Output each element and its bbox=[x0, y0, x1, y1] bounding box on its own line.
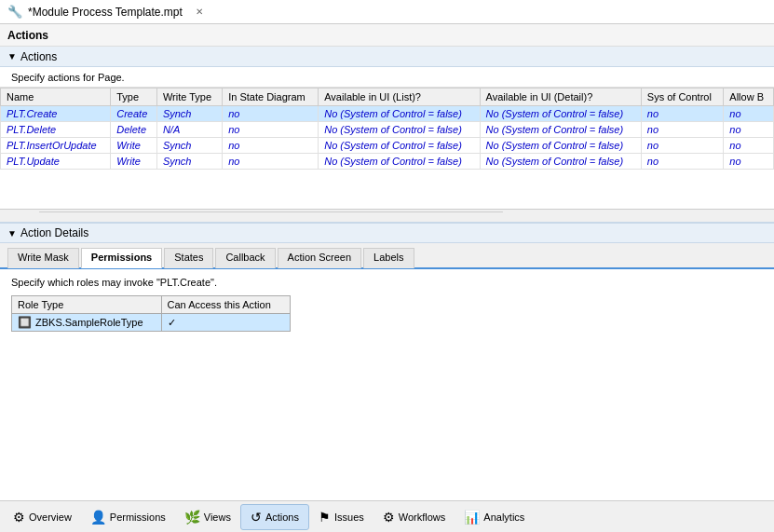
cell-name: PLT.Delete bbox=[1, 122, 111, 138]
tab-write-mask[interactable]: Write Mask bbox=[7, 248, 79, 268]
action-details-arrow-icon: ▼ bbox=[7, 228, 17, 239]
actions-description: Specify actions for Page. bbox=[0, 67, 774, 88]
views-nav-icon: 🌿 bbox=[184, 510, 200, 525]
table-row[interactable]: PLT.Create Create Synch no No (System of… bbox=[1, 106, 774, 122]
actions-table-scroll[interactable]: Name Type Write Type In State Diagram Av… bbox=[0, 88, 774, 209]
tab-bar: Write MaskPermissionsStatesCallbackActio… bbox=[0, 243, 774, 269]
nav-item-analytics[interactable]: 📊 Analytics bbox=[455, 504, 534, 530]
cell-name: PLT.Update bbox=[1, 154, 111, 170]
cell-avail-list: No (System of Control = false) bbox=[319, 154, 480, 170]
actions-group-label: Actions bbox=[20, 50, 57, 63]
table-row[interactable]: PLT.Update Write Synch no No (System of … bbox=[1, 154, 774, 170]
action-details-header[interactable]: ▼ Action Details bbox=[0, 223, 774, 243]
cell-avail-detail: No (System of Control = false) bbox=[480, 122, 641, 138]
role-table-row[interactable]: 🔲ZBKS.SampleRoleType ✓ bbox=[12, 314, 290, 332]
title-bar-close[interactable]: ✕ bbox=[194, 7, 205, 17]
bottom-nav: ⚙ Overview 👤 Permissions 🌿 Views ↺ Actio… bbox=[0, 500, 774, 532]
cell-write-type: N/A bbox=[156, 122, 222, 138]
nav-item-overview[interactable]: ⚙ Overview bbox=[4, 504, 81, 530]
actions-group: ▼ Actions Specify actions for Page. Name… bbox=[0, 47, 774, 223]
nav-item-workflows[interactable]: ⚙ Workflows bbox=[373, 504, 455, 530]
cell-avail-list: No (System of Control = false) bbox=[319, 122, 480, 138]
overview-nav-label: Overview bbox=[29, 512, 72, 523]
cell-avail-detail: No (System of Control = false) bbox=[480, 106, 641, 122]
tab-callback[interactable]: Callback bbox=[215, 248, 275, 268]
col-in-state-diagram: In State Diagram bbox=[223, 89, 319, 106]
nav-item-permissions[interactable]: 👤 Permissions bbox=[81, 504, 175, 530]
role-table-wrapper: Role Type Can Access this Action 🔲ZBKS.S… bbox=[11, 295, 291, 332]
tab-permissions[interactable]: Permissions bbox=[81, 248, 162, 268]
cell-avail-detail: No (System of Control = false) bbox=[480, 154, 641, 170]
nav-item-views[interactable]: 🌿 Views bbox=[175, 504, 240, 530]
section-header: Actions bbox=[0, 24, 774, 47]
cell-in-state: no bbox=[223, 154, 319, 170]
analytics-nav-label: Analytics bbox=[483, 512, 524, 523]
tab-labels[interactable]: Labels bbox=[363, 248, 414, 268]
cell-sys-control: no bbox=[641, 154, 724, 170]
col-write-type: Write Type bbox=[156, 89, 222, 106]
analytics-nav-icon: 📊 bbox=[464, 510, 480, 525]
cell-write-type: Synch bbox=[156, 106, 222, 122]
table-row[interactable]: PLT.Delete Delete N/A no No (System of C… bbox=[1, 122, 774, 138]
col-avail-list: Available in UI (List)? bbox=[319, 89, 480, 106]
overview-nav-icon: ⚙ bbox=[13, 510, 25, 525]
col-sys-control: Sys of Control bbox=[641, 89, 724, 106]
col-name: Name bbox=[1, 89, 111, 106]
title-bar-icon: 🔧 bbox=[7, 5, 22, 19]
cell-write-type: Synch bbox=[156, 154, 222, 170]
nav-item-issues[interactable]: ⚑ Issues bbox=[309, 504, 373, 530]
col-allow-b: Allow B bbox=[724, 89, 774, 106]
cell-type: Write bbox=[111, 154, 157, 170]
cell-role-type: 🔲ZBKS.SampleRoleType bbox=[12, 314, 161, 332]
action-details-label: Action Details bbox=[20, 226, 88, 239]
col-avail-detail: Available in UI (Detail)? bbox=[480, 89, 641, 106]
actions-nav-label: Actions bbox=[265, 512, 299, 523]
actions-table: Name Type Write Type In State Diagram Av… bbox=[0, 88, 774, 170]
permissions-tab-content: Specify which roles may invoke "PLT.Crea… bbox=[0, 269, 774, 339]
col-role-type: Role Type bbox=[12, 296, 161, 314]
cell-in-state: no bbox=[223, 138, 319, 154]
permissions-nav-label: Permissions bbox=[110, 512, 166, 523]
cell-sys-control: no bbox=[641, 138, 724, 154]
cell-allow-b: no bbox=[724, 106, 774, 122]
nav-item-actions[interactable]: ↺ Actions bbox=[240, 504, 309, 530]
col-type: Type bbox=[111, 89, 157, 106]
cell-avail-detail: No (System of Control = false) bbox=[480, 138, 641, 154]
role-icon: 🔲 bbox=[18, 316, 32, 329]
issues-nav-icon: ⚑ bbox=[319, 510, 331, 525]
role-table: Role Type Can Access this Action 🔲ZBKS.S… bbox=[12, 296, 290, 331]
actions-table-header-row: Name Type Write Type In State Diagram Av… bbox=[1, 89, 774, 106]
cell-name: PLT.Create bbox=[1, 106, 111, 122]
cell-type: Delete bbox=[111, 122, 157, 138]
cell-type: Create bbox=[111, 106, 157, 122]
workflows-nav-label: Workflows bbox=[399, 512, 446, 523]
cell-allow-b: no bbox=[724, 154, 774, 170]
cell-sys-control: no bbox=[641, 106, 724, 122]
actions-nav-icon: ↺ bbox=[251, 510, 262, 525]
permissions-nav-icon: 👤 bbox=[90, 510, 106, 525]
cell-allow-b: no bbox=[724, 122, 774, 138]
cell-write-type: Synch bbox=[156, 138, 222, 154]
cell-avail-list: No (System of Control = false) bbox=[319, 138, 480, 154]
role-table-header-row: Role Type Can Access this Action bbox=[12, 296, 290, 314]
workflows-nav-icon: ⚙ bbox=[383, 510, 395, 525]
table-row[interactable]: PLT.InsertOrUpdate Write Synch no No (Sy… bbox=[1, 138, 774, 154]
tab-states[interactable]: States bbox=[164, 248, 213, 268]
tab-action-screen[interactable]: Action Screen bbox=[278, 248, 361, 268]
main-content: ▼ Actions Specify actions for Page. Name… bbox=[0, 47, 774, 523]
cell-type: Write bbox=[111, 138, 157, 154]
cell-name: PLT.InsertOrUpdate bbox=[1, 138, 111, 154]
permissions-description: Specify which roles may invoke "PLT.Crea… bbox=[11, 277, 763, 288]
section-header-label: Actions bbox=[7, 29, 48, 42]
title-bar-text: *Module Process Template.mpt bbox=[28, 6, 183, 19]
views-nav-label: Views bbox=[204, 512, 231, 523]
horizontal-scrollbar[interactable] bbox=[0, 209, 774, 222]
cell-allow-b: no bbox=[724, 138, 774, 154]
collapse-arrow-icon: ▼ bbox=[7, 51, 17, 61]
actions-group-header[interactable]: ▼ Actions bbox=[0, 47, 774, 67]
col-can-access: Can Access this Action bbox=[161, 296, 290, 314]
cell-in-state: no bbox=[223, 122, 319, 138]
cell-in-state: no bbox=[223, 106, 319, 122]
issues-nav-label: Issues bbox=[334, 512, 364, 523]
cell-sys-control: no bbox=[641, 122, 724, 138]
